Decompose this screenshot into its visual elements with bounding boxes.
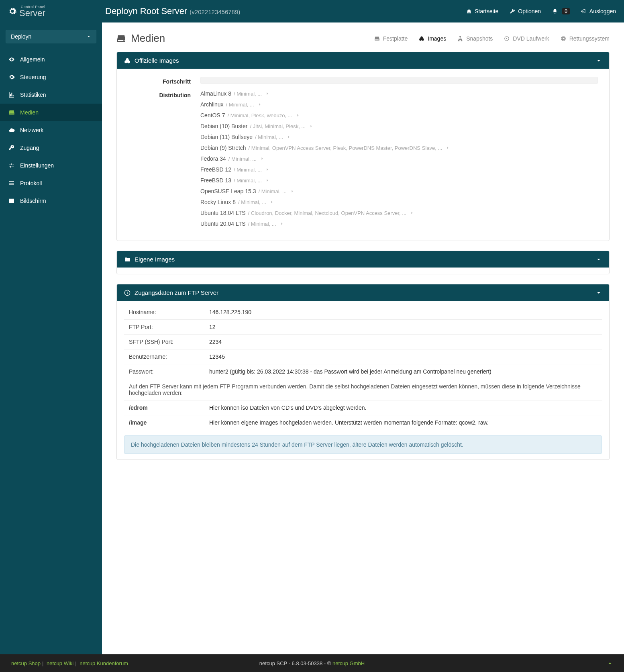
hdd-icon xyxy=(116,34,126,43)
ftp-port-value: 12 xyxy=(204,320,602,335)
panel-own-images: Eigene Images xyxy=(116,251,610,274)
distro-item[interactable]: FreeBSD 12 / Minimal, ... xyxy=(200,166,598,173)
distro-item[interactable]: Ubuntu 18.04 LTS / Cloudron, Docker, Min… xyxy=(200,210,598,216)
nav-notifications[interactable]: 0 xyxy=(552,8,570,14)
tab-label: DVD Laufwerk xyxy=(513,35,549,42)
sidebar-item-label: Einstellungen xyxy=(20,162,54,169)
distro-options: / Minimal, ... xyxy=(234,178,262,184)
sidebar-server-select[interactable]: Deployn xyxy=(6,30,96,43)
tab-snapshots[interactable]: Snapshots xyxy=(457,35,493,42)
caret-down-icon xyxy=(86,34,91,39)
distro-name: Debian (10) Buster xyxy=(200,123,248,129)
tab-images[interactable]: Images xyxy=(419,35,446,42)
label-distribution: Distribution xyxy=(128,90,200,227)
sidebar-item-statistiken[interactable]: Statistiken xyxy=(0,86,102,104)
distro-item[interactable]: CentOS 7 / Minimal, Plesk, webuzo, ... xyxy=(200,112,598,118)
brand[interactable]: Control Panel Server xyxy=(8,5,102,18)
info-icon xyxy=(124,290,131,296)
sidebar: Deployn AllgemeinSteuerungStatistikenMed… xyxy=(0,22,102,654)
server-title-text: Deployn Root Server xyxy=(105,6,187,16)
distro-item[interactable]: Fedora 34 / Minimal, ... xyxy=(200,155,598,162)
tab-bar: FestplatteImagesSnapshotsDVD LaufwerkRet… xyxy=(374,35,610,42)
distro-options: / Minimal, Plesk, webuzo, ... xyxy=(227,112,292,118)
ftp-dir-image-label: /image xyxy=(129,419,147,426)
chevron-right-icon xyxy=(265,167,270,172)
panel-own-images-title: Eigene Images xyxy=(135,256,175,263)
distro-options: / Cloudron, Docker, Minimal, Nextcloud, … xyxy=(248,210,407,216)
distro-options: / Minimal, ... xyxy=(228,156,257,162)
sidebar-item-allgemein[interactable]: Allgemein xyxy=(0,51,102,68)
distro-item[interactable]: Ubuntu 20.04 LTS / Minimal, ... xyxy=(200,221,598,227)
distro-item[interactable]: Rocky Linux 8 / Minimal, ... xyxy=(200,199,598,205)
chevron-right-icon xyxy=(445,145,450,150)
distro-options: / Minimal, ... xyxy=(259,188,287,194)
distro-item[interactable]: Debian (9) Stretch / Minimal, OpenVPN Ac… xyxy=(200,145,598,151)
chevron-right-icon xyxy=(286,135,291,139)
ftp-hostname-value: 146.128.225.190 xyxy=(204,305,602,320)
distro-item[interactable]: Debian (11) Bullseye / Minimal, ... xyxy=(200,134,598,140)
sidebar-item-bildschirm[interactable]: Bildschirm xyxy=(0,192,102,210)
panel-ftp-header[interactable]: Zugangsdaten zum FTP Server xyxy=(117,284,609,301)
nav-logout[interactable]: Ausloggen xyxy=(581,8,616,14)
table-row: Auf den FTP Server kann mit jedem FTP Pr… xyxy=(124,379,602,400)
sidebar-item-einstellungen[interactable]: Einstellungen xyxy=(0,157,102,174)
sidebar-item-netzwerk[interactable]: Netzwerk xyxy=(0,121,102,139)
sidebar-item-label: Medien xyxy=(20,109,39,116)
sidebar-item-protokoll[interactable]: Protokoll xyxy=(0,174,102,192)
page-title: Medien xyxy=(116,32,165,45)
distro-options: / Minimal, ... xyxy=(248,221,276,227)
chevron-down-icon[interactable] xyxy=(595,256,602,263)
cubes-icon xyxy=(419,36,424,41)
sitemap-icon xyxy=(457,36,463,41)
scroll-top-button[interactable] xyxy=(607,660,613,666)
chevron-right-icon xyxy=(309,124,314,129)
sidebar-item-label: Protokoll xyxy=(20,180,42,186)
tab-festplatte[interactable]: Festplatte xyxy=(374,35,408,42)
nav-home[interactable]: Startseite xyxy=(466,8,498,14)
distro-name: Ubuntu 20.04 LTS xyxy=(200,221,246,227)
brand-title: Server xyxy=(19,9,45,18)
distro-name: Fedora 34 xyxy=(200,155,226,162)
sidebar-item-zugang[interactable]: Zugang xyxy=(0,139,102,157)
chevron-down-icon[interactable] xyxy=(595,290,602,296)
distro-item[interactable]: FreeBSD 13 / Minimal, ... xyxy=(200,177,598,184)
sidebar-item-steuerung[interactable]: Steuerung xyxy=(0,68,102,86)
folder-icon xyxy=(124,256,131,263)
panel-own-images-header[interactable]: Eigene Images xyxy=(117,251,609,268)
distro-item[interactable]: AlmaLinux 8 / Minimal, ... xyxy=(200,90,598,97)
hdd-icon xyxy=(8,109,15,116)
chevron-down-icon[interactable] xyxy=(595,57,602,64)
distro-item[interactable]: OpenSUSE Leap 15.3 / Minimal, ... xyxy=(200,188,598,194)
table-row: Passwort:hunter2 (gültig bis: 26.03.2022… xyxy=(124,364,602,379)
footer-link-shop[interactable]: netcup Shop xyxy=(11,660,41,666)
tab-dvd[interactable]: DVD Laufwerk xyxy=(504,35,549,42)
distro-name: FreeBSD 13 xyxy=(200,177,231,184)
sidebar-item-label: Allgemein xyxy=(20,56,45,63)
footer-link-wiki[interactable]: netcup Wiki xyxy=(47,660,73,666)
sidebar-item-medien[interactable]: Medien xyxy=(0,104,102,121)
content: Medien FestplatteImagesSnapshotsDVD Lauf… xyxy=(102,22,624,654)
ftp-user-label: Benutzername: xyxy=(124,349,204,364)
nav-options-label: Optionen xyxy=(518,8,541,14)
ftp-pass-value: hunter2 (gültig bis: 26.03.2022 14:30:38… xyxy=(204,364,602,379)
table-row: /cdromHier können iso Dateien von CD's u… xyxy=(124,400,602,415)
chevron-right-icon xyxy=(279,221,284,226)
ftp-dir-cdrom-label: /cdrom xyxy=(129,404,148,411)
lifering-icon xyxy=(561,36,566,41)
sidebar-item-label: Statistiken xyxy=(20,92,46,98)
distro-item[interactable]: Debian (10) Buster / Jitsi, Minimal, Ple… xyxy=(200,123,598,129)
server-title: Deployn Root Server (v2022123456789) xyxy=(105,6,240,16)
distro-options: / Minimal, ... xyxy=(255,134,283,140)
distro-options: / Minimal, OpenVPN Access Server, Plesk,… xyxy=(249,145,443,151)
chevron-right-icon xyxy=(410,210,414,215)
panel-official-images-header[interactable]: Offizielle Images xyxy=(117,52,609,69)
tab-rescue[interactable]: Rettungssystem xyxy=(561,35,610,42)
terminal-icon xyxy=(8,198,15,204)
footer-link-forum[interactable]: netcup Kundenforum xyxy=(80,660,128,666)
sftp-port-value: 2234 xyxy=(204,335,602,349)
footer-link-company[interactable]: netcup GmbH xyxy=(332,660,365,666)
distro-name: AlmaLinux 8 xyxy=(200,90,231,97)
wrench-icon xyxy=(510,8,515,14)
nav-options[interactable]: Optionen xyxy=(510,8,541,14)
distro-item[interactable]: Archlinux / Minimal, ... xyxy=(200,101,598,108)
